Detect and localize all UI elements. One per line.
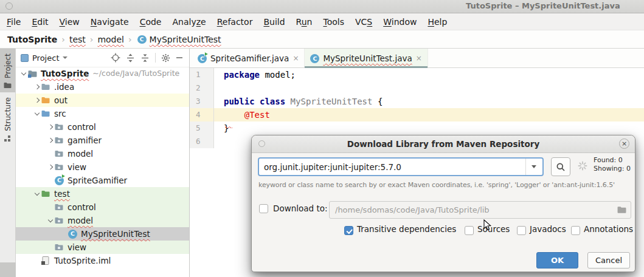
dialog-title: Download Library from Maven Repository [347,139,539,149]
annotations-label: Annotations [584,224,633,234]
runnable-class-icon [55,176,64,185]
runnable-class-icon [198,53,207,63]
tree-item-src-view[interactable]: view [16,160,189,174]
sources-checkbox[interactable] [465,226,474,235]
excluded-folder-icon [41,97,51,104]
menu-code[interactable]: Code [134,17,167,27]
folder-icon[interactable] [617,206,626,214]
menu-edit[interactable]: Edit [26,17,54,27]
tree-item-spritegamifier[interactable]: SpriteGamifier [16,174,189,187]
tree-item-test-model[interactable]: model [16,214,189,227]
chevron-down-icon[interactable] [33,107,41,120]
menu-view[interactable]: View [54,17,85,27]
sources-label: Sources [477,224,510,234]
breadcrumb: TutoSprite › test › model › MySpriteUnit… [0,30,644,49]
expand-all-icon[interactable] [126,53,135,63]
mouse-cursor [483,219,491,231]
menu-help[interactable]: Help [422,17,452,27]
menu-vcs[interactable]: VCS [350,17,378,27]
tree-item-iml[interactable]: TutoSprite.iml [16,254,189,267]
maven-coordinates-input[interactable] [259,159,525,175]
cancel-button[interactable]: Cancel [587,252,630,268]
collapse-all-icon[interactable] [140,53,150,63]
chevron-down-icon[interactable] [63,56,68,59]
menu-analyze[interactable]: Analyze [167,17,211,27]
code-line: 1 package model; [190,68,644,81]
menu-tools[interactable]: Tools [317,17,350,27]
line-number: 3 [190,95,214,108]
line-number: 2 [190,81,214,95]
line-number: 4 [190,108,214,121]
tool-window-bar-corner [0,262,16,277]
showing-count: Showing: 0 [594,165,631,173]
hide-panel-icon[interactable] [176,54,183,61]
locate-file-icon[interactable] [111,53,120,63]
tab-spritegamifier[interactable]: SpriteGamifier.java [192,49,305,67]
breadcrumb-project[interactable]: TutoSprite [7,35,57,44]
breadcrumb-test[interactable]: test [69,35,86,44]
tree-item-out[interactable]: out [16,94,189,107]
chevron-down-icon[interactable] [19,67,28,80]
window-menu-button[interactable] [5,2,13,10]
chevron-right-icon[interactable] [46,120,55,134]
dialog-body: Found: 0 Showing: 0 keyword or class nam… [252,152,635,272]
combo-dropdown-button[interactable] [525,159,542,175]
dialog-titlebar: Download Library from Maven Repository [252,135,635,153]
chevron-right-icon[interactable] [33,94,41,107]
close-icon[interactable] [416,54,422,63]
chevron-right-icon[interactable] [46,134,55,147]
tool-window-project-button[interactable]: Project [0,49,15,92]
window-titlebar: TutoSprite – MySpriteUnitTest.java [0,0,644,13]
ok-button[interactable]: OK [536,252,578,268]
javadocs-label: Javadocs [530,224,566,234]
chevron-down-icon[interactable] [46,214,55,227]
test-folder-icon [41,190,51,197]
menu-window[interactable]: Window [378,17,422,27]
transitive-dependencies-checkbox[interactable] [344,226,353,235]
breadcrumb-model[interactable]: model [97,35,124,44]
download-to-label: Download to: [273,203,328,213]
javadocs-checkbox[interactable] [517,226,526,235]
menu-file[interactable]: File [1,17,26,27]
chevron-down-icon[interactable] [33,187,41,200]
tree-item-myspriteunittest[interactable]: MySpriteUnitTest [16,227,189,241]
tree-item-idea[interactable]: .idea [16,80,189,94]
code-line: 5 } [190,121,644,135]
code-line: 3 public class MySpriteUnitTest { [190,95,644,108]
menu-run[interactable]: Run [291,17,318,27]
tab-myspriteunittest[interactable]: MySpriteUnitTest.java [305,49,428,67]
search-button[interactable] [551,157,570,176]
tree-item-src-gamifier[interactable]: gamifier [16,134,189,147]
tree-item-src[interactable]: src [16,107,189,120]
menu-refactor[interactable]: Refactor [212,17,258,27]
menu-navigate[interactable]: Navigate [85,17,134,27]
dialog-window-icon [258,140,265,147]
tree-item-root[interactable]: TutoSprite ~/code/Java/TutoSprite [16,67,189,80]
class-icon [137,35,147,44]
gear-icon[interactable] [161,53,170,63]
download-to-checkbox[interactable] [259,204,268,213]
chevron-right-icon[interactable] [46,160,55,174]
project-panel-title[interactable]: Project [32,53,59,63]
tree-item-test[interactable]: test [16,187,189,200]
breadcrumb-class[interactable]: MySpriteUnitTest [150,35,221,44]
line-number: 5 [190,121,214,135]
menu-build[interactable]: Build [258,17,290,27]
transitive-dependencies-label: Transitive dependencies [357,224,456,234]
tree-item-test-view[interactable]: view [16,241,189,254]
chevron-placeholder [46,147,55,160]
chevron-right-icon[interactable] [33,80,41,94]
divider [155,53,156,63]
source-folder-icon [41,110,51,117]
project-folder-icon [28,70,38,78]
project-tree: TutoSprite ~/code/Java/TutoSprite .idea … [16,67,189,267]
tree-item-src-model[interactable]: model [16,147,189,160]
close-icon[interactable] [293,54,299,63]
tool-window-structure-button[interactable]: Structure [0,92,15,146]
tree-item-src-control[interactable]: control [16,120,189,134]
close-icon[interactable] [619,138,629,149]
tree-item-test-control[interactable]: control [16,200,189,214]
error-squiggle [225,126,271,128]
module-file-icon [41,256,51,265]
annotations-checkbox[interactable] [571,226,580,235]
